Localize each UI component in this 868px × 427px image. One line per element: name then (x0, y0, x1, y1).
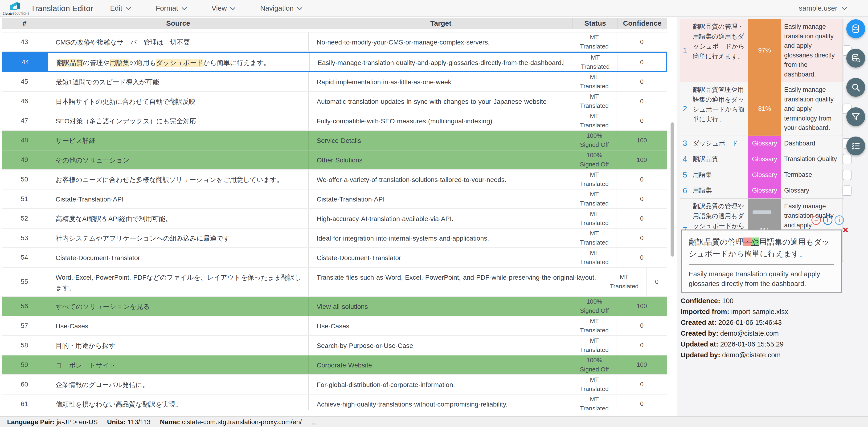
grid-scrollbar-thumb[interactable] (671, 122, 674, 257)
target-cell[interactable]: Cistate·Translation·API (309, 190, 572, 208)
table-row-46[interactable]: 46日本語サイトの更新に合わせて自動で翻訳反映Automatic·transla… (2, 92, 667, 111)
remove-match-button[interactable]: − (811, 216, 821, 225)
table-row-45[interactable]: 45最短1週間でのスピード導入が可能Rapid·implementation·i… (2, 72, 667, 92)
source-cell[interactable]: コーポレートサイト (47, 356, 309, 374)
source-cell[interactable]: 目的・用途から探す (47, 336, 309, 355)
add-match-button[interactable]: + (823, 216, 832, 225)
menu-format[interactable]: Format (156, 4, 186, 12)
tm-match-row-4[interactable]: 4翻訳品質GlossaryTranslation Quality (680, 151, 844, 167)
table-row-48[interactable]: 48サービス詳細Service·Details100%Signed Off100 (2, 131, 667, 151)
target-cell[interactable]: Search·by·Purpose·or·Use·Case (309, 336, 572, 355)
space-marker: · (338, 342, 340, 349)
target-cell[interactable]: Automatic·translation·updates·in·sync·wi… (309, 92, 572, 111)
table-row-56[interactable]: 56すべてのソリューションを見るView·all·solutions100%Si… (2, 297, 667, 316)
table-row-50[interactable]: 50お客様のニーズに合わせた多様な翻訳ソリューションをご用意しています。We·o… (2, 170, 667, 190)
target-cell[interactable]: Use·Cases (309, 316, 572, 335)
source-cell[interactable]: CMSの改修や複雑なサーバー管理は一切不要。 (47, 32, 309, 51)
glossary-term-highlight: ダッシュボード (156, 59, 203, 67)
space-marker: · (337, 196, 339, 203)
source-cell[interactable]: 高精度なAI翻訳をAPI経由で利用可能。 (47, 209, 309, 228)
search-icon[interactable] (846, 78, 865, 97)
status-cell: MTTranslated (572, 395, 617, 410)
match-checkbox[interactable] (842, 186, 851, 196)
target-cell[interactable]: We·offer·a·variety·of·translation·soluti… (309, 170, 572, 189)
table-row-60[interactable]: 60企業情報のグローバル発信に。For·global·distribution·… (2, 375, 667, 395)
target-cell[interactable]: Cistate·Document·Translator (309, 248, 572, 267)
target-cell[interactable]: Rapid·implementation·in·as·little·as·one… (309, 72, 572, 91)
source-cell[interactable]: Cistate·Document·Translator (47, 248, 309, 267)
table-row-58[interactable]: 58目的・用途から探すSearch·by·Purpose·or·Use·Case… (2, 336, 667, 356)
user-menu[interactable]: sample.user (799, 4, 846, 12)
table-row-54[interactable]: 54Cistate·Document·TranslatorCistate·Doc… (2, 248, 667, 268)
source-cell[interactable]: すべてのソリューションを見る (47, 297, 309, 316)
source-cell[interactable]: その他のソリューション (47, 151, 309, 169)
concordance-search-icon[interactable] (846, 49, 865, 68)
source-cell[interactable]: Use·Cases (47, 316, 309, 335)
panel-resize-handle[interactable] (752, 210, 771, 214)
source-cell[interactable]: 最短1週間でのスピード導入が可能 (47, 72, 309, 91)
statusbar-more-icon[interactable]: … (311, 418, 319, 426)
table-row-55[interactable]: 55Word,·Excel,·PowerPoint,·PDFなどのファイルを、レ… (2, 268, 667, 297)
menu-view[interactable]: View (212, 4, 235, 12)
table-row-57[interactable]: 57Use·CasesUse·CasesMTTranslated0 (2, 316, 667, 336)
table-row-47[interactable]: 47SEO対策（多言語インデックス）にも完全対応Fully·compatible… (2, 111, 667, 131)
source-cell[interactable]: サービス詳細 (47, 131, 309, 150)
space-marker: · (517, 59, 519, 66)
source-cell[interactable]: SEO対策（多言語インデックス）にも完全対応 (47, 111, 309, 130)
table-row-59[interactable]: 59コーポレートサイトCorporate·Website100%Signed O… (2, 356, 667, 375)
source-cell[interactable]: お客様のニーズに合わせた多様な翻訳ソリューションをご用意しています。 (47, 170, 309, 189)
menu-edit[interactable]: Edit (110, 4, 130, 12)
target-cell[interactable]: Achieve·high-quality·translations·withou… (309, 395, 572, 410)
segment-compare-box[interactable]: 翻訳品質の管理・や用語集の適用もダッシュボードから簡単に行えます。 Easily… (681, 230, 842, 293)
remove-match-x-icon[interactable]: × (842, 224, 848, 236)
target-cell[interactable]: Service·Details (309, 131, 572, 150)
space-marker: · (441, 98, 443, 105)
source-cell[interactable]: 日本語サイトの更新に合わせて自動で翻訳反映 (47, 92, 309, 111)
table-row-52[interactable]: 52高精度なAI翻訳をAPI経由で利用可能。High-accuracy·AI·t… (2, 209, 667, 229)
source-cell[interactable]: 翻訳品質の管理や用語集の適用もダッシュボードから簡単に行えます。 (48, 53, 310, 71)
qa-checklist-icon[interactable] (846, 136, 865, 155)
match-control-cell (842, 167, 851, 183)
target-cell[interactable]: No·need·to·modify·your·CMS·or·manage·com… (309, 32, 572, 51)
table-row-53[interactable]: 53社内システムやアプリケーションへの組み込みに最適です。Ideal·for·i… (2, 229, 667, 248)
match-checkbox[interactable] (842, 154, 851, 164)
target-cell[interactable]: Easily·manage·translation·quality·and·ap… (310, 53, 573, 71)
target-cell[interactable]: Other·Solutions (309, 151, 572, 169)
table-row-44[interactable]: 44翻訳品質の管理や用語集の適用もダッシュボードから簡単に行えます。Easily… (2, 52, 667, 72)
target-cell[interactable]: Ideal·for·integration·into·internal·syst… (309, 229, 572, 248)
table-row-49[interactable]: 49その他のソリューションOther·Solutions100%Signed O… (2, 151, 667, 170)
target-cell[interactable]: Fully·compatible·with·SEO·measures·(mult… (309, 111, 572, 130)
source-cell[interactable]: 社内システムやアプリケーションへの組み込みに最適です。 (47, 229, 309, 248)
tm-match-row-3[interactable]: 3ダッシュボードGlossaryDashboard (680, 136, 844, 152)
grid-scrollbar[interactable] (670, 29, 675, 409)
match-checkbox[interactable] (842, 170, 851, 180)
source-cell[interactable]: Cistate·Translation·API (47, 190, 309, 208)
target-cell[interactable]: Corporate·Website (309, 356, 572, 374)
confidence-cell: 0 (617, 72, 667, 91)
row-number: 45 (2, 72, 47, 91)
menu-navigation[interactable]: Navigation (260, 4, 302, 12)
tm-match-row-1[interactable]: 1翻訳品質の管理・用語集の適用もダッシュボードから簡単に行えます。97%Easi… (680, 19, 844, 82)
table-row-43[interactable]: 43CMSの改修や複雑なサーバー管理は一切不要。No·need·to·modif… (2, 32, 667, 52)
translation-memory-icon[interactable] (846, 19, 865, 38)
target-cell[interactable]: Translate·files·such·as·Word,·Excel,·Pow… (309, 268, 602, 296)
tm-match-row-2[interactable]: 2翻訳品質管理や用語集の適用をダッシュボードから簡単に実行。81%Easily … (680, 82, 844, 136)
tm-match-row-5[interactable]: 5用語集GlossaryTermbase (680, 167, 844, 183)
source-cell[interactable]: 信頼性を損なわない高品質な翻訳を実現。 (47, 395, 309, 410)
match-glossary-badge: Glossary (748, 167, 781, 183)
table-row-61[interactable]: 61信頼性を損なわない高品質な翻訳を実現。Achieve·high-qualit… (2, 395, 667, 410)
source-cell[interactable]: Word,·Excel,·PowerPoint,·PDFなどのファイルを、レイア… (47, 268, 309, 296)
space-marker: · (111, 196, 113, 203)
detail-updated-by: Updated by: demo@cistate.com (681, 351, 788, 362)
table-row-51[interactable]: 51Cistate·Translation·APICistate·Transla… (2, 190, 667, 209)
target-cell[interactable]: High-accuracy·AI·translation·available·v… (309, 209, 572, 228)
match-info-button[interactable]: i (835, 216, 844, 225)
space-marker: · (373, 342, 376, 349)
source-cell[interactable]: 企業情報のグローバル発信に。 (47, 375, 309, 394)
filter-icon[interactable] (846, 107, 865, 126)
target-cell[interactable]: View·all·solutions (309, 297, 572, 316)
status-cell: MTTranslated (572, 248, 617, 267)
grid-body: 43CMSの改修や複雑なサーバー管理は一切不要。No·need·to·modif… (2, 29, 667, 410)
tm-match-row-6[interactable]: 6用語集GlossaryGlossary (680, 183, 844, 199)
target-cell[interactable]: For·global·distribution·of·corporate·inf… (309, 375, 572, 394)
